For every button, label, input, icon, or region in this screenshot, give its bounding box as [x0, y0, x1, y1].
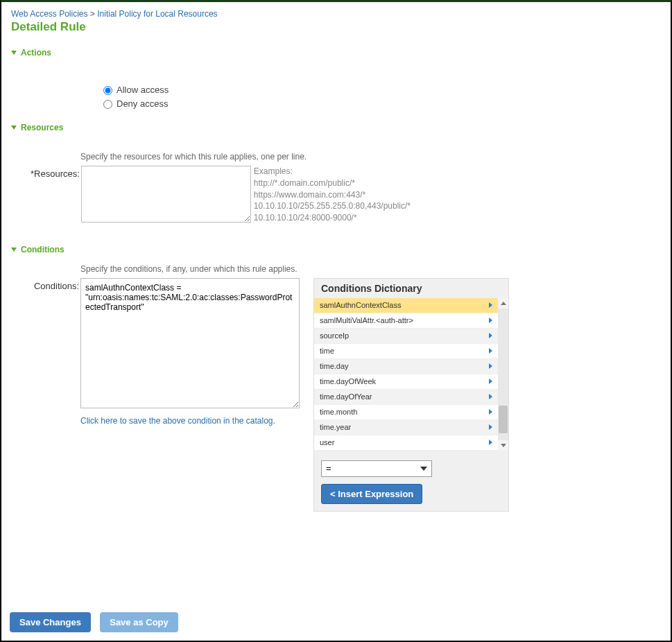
dict-item-samlmultivalattr[interactable]: samlMultiValAttr.<auth-attr> [314, 313, 498, 329]
conditions-label: Conditions: [25, 278, 80, 291]
chevron-down-icon [11, 125, 17, 130]
arrow-right-icon [489, 318, 492, 323]
footer-buttons: Save Changes Save as Copy [10, 612, 185, 632]
dict-item-label: time.month [320, 408, 357, 416]
arrow-right-icon [489, 424, 492, 430]
example-2: https://www.domain.com:443/* [254, 189, 411, 201]
resources-help: Specify the resources for which this rul… [80, 152, 661, 162]
arrow-right-icon [489, 379, 492, 384]
radio-allow-input[interactable] [103, 86, 112, 95]
radio-allow-access[interactable]: Allow access [100, 84, 661, 95]
arrow-right-icon [489, 440, 492, 445]
scroll-track[interactable] [498, 309, 508, 440]
save-condition-link[interactable]: Click here to save the above condition i… [80, 416, 275, 426]
dictionary-list[interactable]: samlAuthnContextClass samlMultiValAttr.<… [314, 298, 498, 451]
dict-item-time-year[interactable]: time.year [314, 420, 498, 435]
scroll-thumb[interactable] [499, 406, 508, 433]
resources-textarea[interactable] [81, 166, 251, 223]
radio-deny-label: Deny access [117, 98, 168, 109]
dict-item-label: samlAuthnContextClass [320, 301, 401, 309]
conditions-body: Specify the conditions, if any, under wh… [11, 264, 661, 512]
breadcrumb-link-policy[interactable]: Initial Policy for Local Resources [97, 9, 217, 19]
dict-item-label: time.day [320, 362, 349, 370]
save-changes-button[interactable]: Save Changes [10, 612, 91, 632]
example-3: 10.10.10.10/255.255.255.0:80,443/public/… [254, 200, 411, 212]
section-toggle-resources[interactable]: Resources [11, 123, 661, 132]
section-title-actions: Actions [21, 48, 51, 58]
dict-item-label: time.dayOfWeek [320, 377, 376, 385]
dict-item-label: time.dayOfYear [320, 392, 372, 401]
conditions-help: Specify the conditions, if any, under wh… [25, 264, 661, 274]
breadcrumb-sep: > [90, 9, 95, 19]
page-title: Detailed Rule [11, 20, 661, 34]
dict-item-time-dayofweek[interactable]: time.dayOfWeek [314, 374, 498, 390]
breadcrumb-link-policies[interactable]: Web Access Policies [11, 9, 88, 19]
arrow-right-icon [489, 409, 492, 415]
scroll-up-button[interactable] [498, 298, 508, 309]
scroll-down-button[interactable] [498, 440, 508, 451]
chevron-down-icon [11, 248, 17, 252]
dict-item-label: time.year [320, 423, 351, 431]
resources-examples: Examples: http://*.domain.com/public/* h… [254, 166, 411, 224]
triangle-down-icon [501, 444, 506, 447]
arrow-right-icon [489, 302, 492, 308]
actions-body: Allow access Deny access [11, 64, 661, 109]
arrow-right-icon [489, 333, 492, 338]
example-4: 10.10.10.10/24:8000-9000/* [254, 212, 411, 224]
chevron-down-icon [11, 51, 17, 55]
examples-title: Examples: [254, 166, 411, 177]
dict-item-user[interactable]: user [314, 435, 498, 451]
operator-select[interactable]: = [321, 460, 432, 477]
breadcrumb: Web Access Policies > Initial Policy for… [11, 9, 661, 19]
conditions-textarea[interactable] [80, 278, 300, 408]
dict-item-time-month[interactable]: time.month [314, 405, 498, 420]
dictionary-scrollbar[interactable] [498, 298, 508, 451]
resources-body: Specify the resources for which this rul… [11, 152, 661, 224]
dict-item-label: user [320, 438, 334, 446]
dict-item-label: time [320, 347, 334, 355]
radio-deny-access[interactable]: Deny access [100, 98, 661, 109]
radio-deny-input[interactable] [103, 100, 112, 109]
section-title-resources: Resources [21, 123, 63, 132]
dict-item-time[interactable]: time [314, 344, 498, 359]
dict-item-label: samlMultiValAttr.<auth-attr> [320, 316, 413, 324]
resources-label: *Resources: [31, 166, 81, 179]
dict-item-samlauthncontextclass[interactable]: samlAuthnContextClass [314, 298, 498, 313]
insert-expression-button[interactable]: < Insert Expression [321, 484, 422, 504]
dictionary-title: Conditions Dictionary [314, 279, 508, 298]
dict-item-time-dayofyear[interactable]: time.dayOfYear [314, 390, 498, 405]
arrow-right-icon [489, 363, 492, 369]
triangle-up-icon [501, 302, 506, 305]
conditions-dictionary: Conditions Dictionary samlAuthnContextCl… [313, 278, 509, 512]
save-as-copy-button[interactable]: Save as Copy [100, 612, 178, 632]
radio-allow-label: Allow access [117, 85, 169, 95]
dict-item-label: sourceIp [320, 331, 349, 340]
example-1: http://*.domain.com/public/* [254, 177, 411, 189]
section-title-conditions: Conditions [21, 245, 64, 254]
arrow-right-icon [489, 348, 492, 354]
dict-item-time-day[interactable]: time.day [314, 359, 498, 374]
arrow-right-icon [489, 394, 492, 399]
section-toggle-actions[interactable]: Actions [11, 48, 661, 58]
section-toggle-conditions[interactable]: Conditions [11, 245, 661, 254]
dict-item-sourceip[interactable]: sourceIp [314, 329, 498, 344]
